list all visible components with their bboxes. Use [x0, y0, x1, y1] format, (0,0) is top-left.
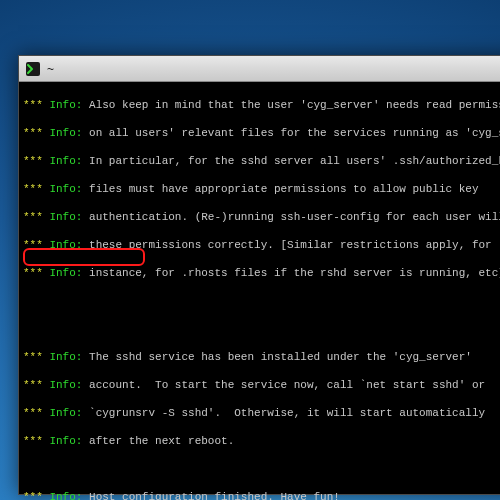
- stars: ***: [23, 99, 43, 111]
- info-final: Host configuration finished. Have fun!: [89, 491, 340, 500]
- window-title: ~: [47, 62, 54, 76]
- terminal-window: ~ *** Info: Also keep in mind that the u…: [18, 55, 500, 495]
- info-label: Info:: [49, 99, 82, 111]
- info-text: Also keep in mind that the user 'cyg_ser…: [89, 99, 500, 111]
- cygwin-icon: [25, 61, 41, 77]
- terminal-output[interactable]: *** Info: Also keep in mind that the use…: [19, 82, 500, 500]
- titlebar[interactable]: ~: [19, 56, 500, 82]
